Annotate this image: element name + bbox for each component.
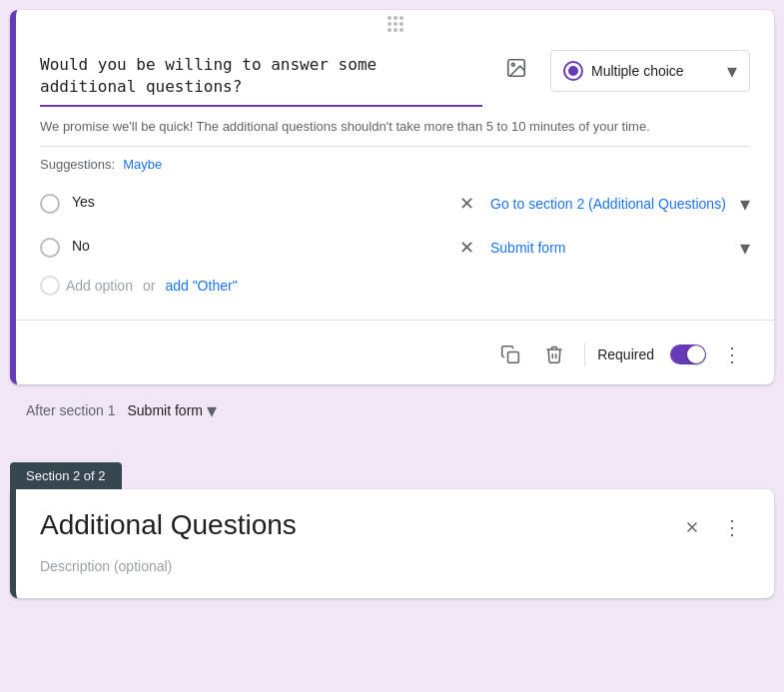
radio-yes <box>40 194 60 214</box>
required-label: Required <box>597 346 654 362</box>
svg-rect-2 <box>508 351 519 362</box>
after-section-label: After section 1 <box>26 402 116 418</box>
required-toggle[interactable] <box>670 345 706 364</box>
add-option-row: Add option or add "Other" <box>40 276 750 296</box>
question-type-label: Multiple choice <box>591 63 684 79</box>
question-card: Would you be willing to answer some addi… <box>10 10 774 384</box>
section2-title-area: Additional Questions <box>40 509 662 546</box>
add-other-link[interactable]: add "Other" <box>165 278 237 294</box>
section2-title[interactable]: Additional Questions <box>40 509 662 546</box>
section2-area: Section 2 of 2 Additional Questions ⋮ De… <box>10 442 774 598</box>
radio-no <box>40 238 60 258</box>
section-action-no[interactable]: Submit form ▾ <box>490 232 750 264</box>
multiple-choice-icon <box>563 61 583 81</box>
question-header-row: Would you be willing to answer some addi… <box>40 50 750 107</box>
add-option-text[interactable]: Add option <box>66 278 133 294</box>
toggle-thumb <box>687 346 705 363</box>
remove-no-button[interactable]: ✕ <box>454 236 478 260</box>
section-action-yes[interactable]: Go to section 2 (Additional Questions) ▾ <box>490 188 750 220</box>
question-title-input[interactable]: Would you be willing to answer some addi… <box>40 50 482 107</box>
duplicate-button[interactable] <box>492 337 528 372</box>
drag-handle[interactable] <box>16 10 774 34</box>
section-action-yes-label: Go to section 2 (Additional Questions) <box>490 196 726 212</box>
option-yes-label[interactable]: Yes <box>72 194 442 213</box>
suggestions-row: Suggestions: Maybe <box>40 157 750 172</box>
option-no-label[interactable]: No <box>72 238 442 257</box>
section-action-no-label: Submit form <box>490 240 565 256</box>
toggle-track <box>670 345 706 364</box>
add-image-button[interactable] <box>498 50 534 86</box>
add-option-or: or <box>143 278 155 294</box>
card-divider <box>16 320 774 321</box>
after-section-row: After section 1 Submit form ▾ <box>10 384 774 436</box>
section2-more-icon: ⋮ <box>722 515 742 539</box>
question-description: We promise we'll be quick! The additiona… <box>40 119 750 147</box>
suggestion-maybe[interactable]: Maybe <box>123 157 162 172</box>
drag-dots[interactable] <box>388 16 403 32</box>
section2-icons: ⋮ <box>674 509 750 545</box>
option-row-yes: Yes ✕ Go to section 2 (Additional Questi… <box>40 188 750 220</box>
footer-divider <box>584 343 585 366</box>
question-type-dropdown[interactable]: Multiple choice ▾ <box>550 50 750 92</box>
suggestions-label: Suggestions: <box>40 157 115 172</box>
section2-header: Additional Questions ⋮ <box>40 509 750 546</box>
option-row-no: No ✕ Submit form ▾ <box>40 232 750 264</box>
after-section-action: Submit form <box>128 402 203 418</box>
svg-point-1 <box>511 63 514 66</box>
section-badge: Section 2 of 2 <box>10 462 122 489</box>
section-action-yes-arrow: ▾ <box>740 192 750 216</box>
section2-collapse-button[interactable] <box>674 509 710 545</box>
more-options-button[interactable]: ⋮ <box>714 337 750 372</box>
section2-more-button[interactable]: ⋮ <box>714 509 750 545</box>
after-section-dropdown[interactable]: Submit form ▾ <box>128 398 217 422</box>
section-action-no-arrow: ▾ <box>740 236 750 260</box>
delete-button[interactable] <box>536 337 572 372</box>
section2-description[interactable]: Description (optional) <box>40 554 750 578</box>
type-chevron-icon: ▾ <box>727 59 737 83</box>
card-footer: Required ⋮ <box>16 329 774 384</box>
card-body: Would you be willing to answer some addi… <box>16 34 774 312</box>
after-section-arrow-icon: ▾ <box>207 398 217 422</box>
section2-card: Additional Questions ⋮ Description (opti… <box>10 489 774 598</box>
remove-yes-button[interactable]: ✕ <box>454 192 478 216</box>
add-option-radio <box>40 276 60 296</box>
